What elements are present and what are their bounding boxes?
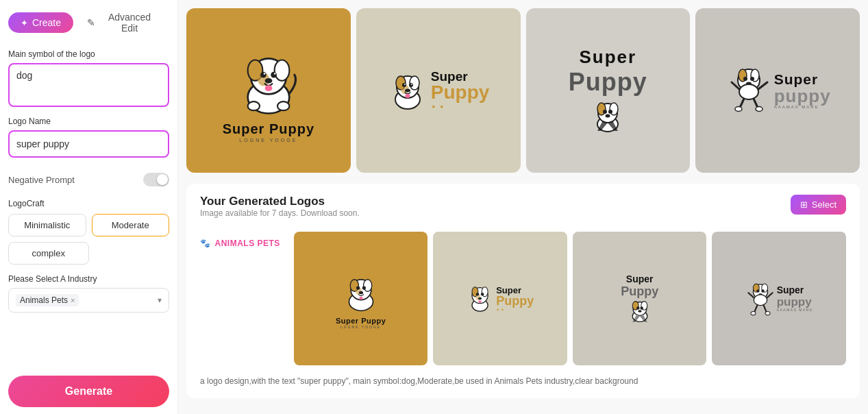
- select-button[interactable]: ⊞ Select: [791, 195, 846, 215]
- dog-illustration-3: [591, 97, 625, 134]
- svg-point-39: [756, 106, 762, 111]
- svg-point-54: [476, 293, 479, 295]
- minimalistic-button[interactable]: Minimalistic: [8, 214, 86, 236]
- toggle-knob: [157, 174, 168, 185]
- industry-tag-label: ANIMALS PETS: [215, 239, 280, 248]
- craft-row-1: Minimalistic Moderate: [8, 214, 169, 236]
- dog-illustration-2: [387, 66, 428, 114]
- industry-tag-chip: Animals Pets ×: [16, 294, 79, 306]
- svg-point-11: [248, 102, 260, 111]
- paw-icon: 🐾: [200, 239, 211, 248]
- generated-title: Your Generated Logos: [200, 195, 360, 208]
- negative-prompt-label: Negative Prompt: [8, 175, 75, 185]
- svg-point-29: [608, 110, 612, 114]
- sparkle-icon: ✦: [21, 18, 28, 28]
- logo-name-label: Logo Name: [8, 117, 169, 126]
- svg-point-30: [606, 114, 610, 117]
- generate-label: Generate: [65, 385, 112, 397]
- generated-header: Your Generated Logos Image available for…: [200, 195, 846, 229]
- prompt-text: a logo design,with the text "super puppy…: [200, 375, 846, 387]
- svg-point-62: [636, 306, 640, 310]
- svg-point-56: [478, 297, 482, 300]
- svg-point-34: [743, 77, 747, 81]
- logo-card-3[interactable]: Super Puppy: [526, 8, 691, 173]
- svg-point-8: [274, 73, 276, 75]
- logo-name-input[interactable]: [8, 130, 169, 158]
- chevron-down-icon: ▾: [158, 295, 162, 305]
- svg-point-48: [359, 296, 362, 299]
- create-tab-button[interactable]: ✦ Create: [8, 12, 73, 33]
- svg-point-35: [750, 77, 754, 81]
- svg-point-55: [481, 293, 484, 295]
- logocraft-label: LogoCraft: [8, 199, 169, 208]
- left-panel: ✦ Create ✎ Advanced Edit Main symbol of …: [0, 0, 178, 414]
- dog-illustration-1: [224, 38, 313, 127]
- svg-point-57: [478, 300, 481, 303]
- svg-point-7: [264, 73, 266, 75]
- svg-point-5: [260, 72, 266, 78]
- thumb-dog-1: [337, 269, 385, 317]
- generated-subtitle: Image available for 7 days. Download soo…: [200, 208, 360, 218]
- svg-point-63: [640, 306, 643, 310]
- select-icon: ⊞: [800, 199, 808, 210]
- svg-point-3: [275, 60, 290, 81]
- svg-point-18: [402, 83, 406, 87]
- symbol-input[interactable]: dog: [8, 63, 169, 107]
- advanced-edit-label: Advanced Edit: [99, 12, 160, 34]
- svg-point-45: [356, 286, 360, 289]
- generate-button[interactable]: Generate: [8, 376, 169, 407]
- svg-point-20: [404, 84, 406, 85]
- svg-point-28: [603, 110, 607, 114]
- craft-buttons: Minimalistic Moderate complex: [8, 214, 169, 265]
- logo-card-1[interactable]: Super Puppy LOGNE YOOGE: [186, 8, 351, 173]
- svg-point-22: [405, 88, 410, 92]
- svg-point-19: [409, 83, 413, 87]
- svg-point-23: [405, 94, 410, 98]
- generated-section: Your Generated Logos Image available for…: [186, 184, 860, 399]
- logo-grid-top: Super Puppy LOGNE YOOGE: [186, 8, 860, 173]
- svg-point-69: [761, 289, 764, 292]
- logo-card-4[interactable]: Super puppy AAAMAS MARE: [695, 8, 860, 173]
- pencil-icon: ✎: [87, 17, 95, 28]
- logo-card-2[interactable]: Super Puppy ✦✦: [356, 8, 521, 173]
- advanced-edit-tab-button[interactable]: ✎ Advanced Edit: [77, 7, 169, 38]
- create-tab-label: Create: [32, 17, 61, 28]
- industry-label: Please Select A Industry: [8, 274, 169, 284]
- svg-point-47: [359, 291, 363, 293]
- svg-point-21: [411, 84, 412, 85]
- thumb-dog-4: [745, 278, 776, 319]
- negative-prompt-toggle[interactable]: [143, 173, 169, 186]
- svg-point-10: [264, 86, 272, 92]
- svg-point-46: [362, 286, 365, 289]
- logo-thumb-2[interactable]: Super Puppy ✦ ✦: [433, 232, 567, 366]
- symbol-label: Main symbol of the logo: [8, 49, 169, 59]
- svg-point-9: [264, 78, 272, 84]
- svg-point-72: [751, 311, 756, 315]
- svg-point-37: [739, 84, 758, 99]
- svg-point-6: [271, 72, 277, 78]
- moderate-button[interactable]: Moderate: [92, 214, 170, 236]
- top-tabs: ✦ Create ✎ Advanced Edit: [8, 7, 169, 38]
- dog-illustration-4: [725, 63, 773, 118]
- industry-tag-value: Animals Pets: [20, 295, 68, 305]
- industry-select[interactable]: Animals Pets × ▾: [8, 288, 169, 313]
- svg-point-12: [277, 102, 289, 111]
- logo-thumb-4[interactable]: Super puppy AAAMAS MARE: [712, 232, 846, 366]
- logo-thumb-3[interactable]: Super Puppy: [573, 232, 707, 366]
- svg-point-68: [756, 289, 759, 292]
- logo-thumbnails: Super Puppy LOGNE YOOGE: [294, 232, 846, 366]
- negative-prompt-row: Negative Prompt: [8, 167, 169, 192]
- tag-remove-button[interactable]: ×: [71, 296, 75, 304]
- svg-point-71: [754, 294, 767, 305]
- select-label: Select: [812, 199, 836, 210]
- thumb-dog-3: [628, 299, 652, 324]
- svg-point-64: [638, 310, 641, 313]
- svg-point-73: [765, 311, 770, 315]
- logo-thumb-1[interactable]: Super Puppy LOGNE YOOGE: [294, 232, 428, 366]
- thumb-dog-2: [467, 282, 494, 316]
- complex-button[interactable]: complex: [8, 242, 89, 265]
- svg-point-38: [735, 106, 742, 111]
- right-panel: Super Puppy LOGNE YOOGE: [178, 0, 868, 414]
- svg-point-43: [363, 279, 371, 291]
- craft-row-2: complex: [8, 242, 169, 265]
